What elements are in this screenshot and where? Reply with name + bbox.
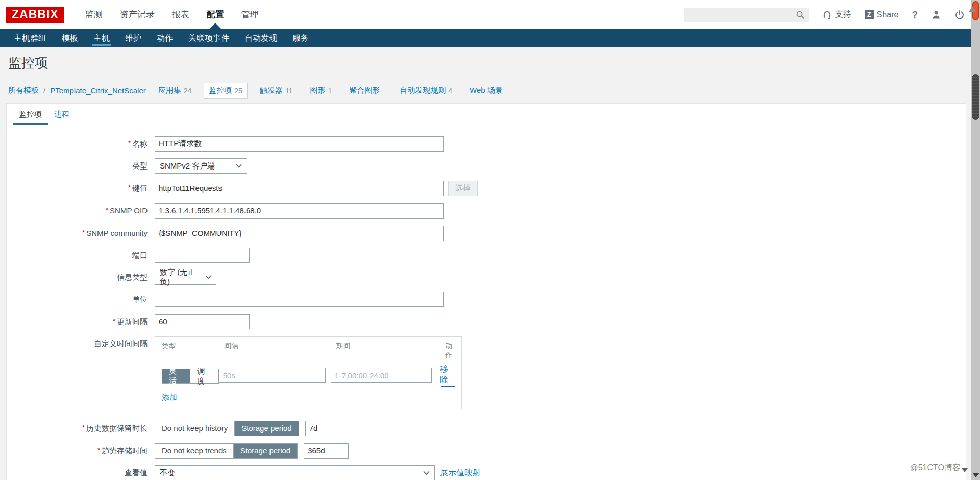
header-interval: 间隔 — [224, 342, 336, 360]
subnav-item-correlation[interactable]: 关联项事件 — [181, 29, 237, 47]
menu-item-configuration-label: 配置 — [207, 10, 224, 19]
pill-screens[interactable]: 聚合图形 — [344, 83, 387, 99]
interval-type-toggle: 灵活 调度 — [162, 367, 219, 384]
history-label-text: 历史数据保留时长 — [86, 424, 148, 433]
pill-items[interactable]: 监控项 25 — [204, 83, 248, 99]
subnav-item-discovery[interactable]: 自动发现 — [237, 29, 285, 47]
type-select[interactable]: SNMPv2 客户端 — [155, 158, 247, 174]
scrollbar-thumb[interactable] — [972, 74, 979, 120]
remove-interval-link[interactable]: 移除 — [440, 364, 455, 387]
support-link[interactable]: 支持 — [822, 9, 851, 20]
scheduling-toggle[interactable]: 调度 — [190, 369, 218, 383]
breadcrumb-all-templates[interactable]: 所有模板 — [8, 86, 39, 95]
header-type: 类型 — [162, 342, 224, 360]
header-action: 动作 — [445, 342, 455, 360]
pill-applications-label: 应用集 — [158, 86, 181, 95]
menu-item-monitoring[interactable]: 监测 — [77, 0, 111, 29]
item-form: *名称 类型 SNMPv2 客户端 *键值 选择 *SNMP OID — [7, 125, 966, 480]
chevron-down-icon — [205, 275, 211, 279]
pill-triggers[interactable]: 触发器 11 — [255, 83, 298, 99]
snmp-oid-input[interactable] — [155, 203, 444, 219]
menu-item-inventory[interactable]: 资产记录 — [111, 0, 163, 29]
trends-period-input[interactable] — [304, 443, 349, 459]
menu-item-configuration[interactable]: 配置 — [198, 0, 233, 29]
row-info-type: 信息类型 数字 (无正负) — [7, 270, 966, 285]
pill-web-scenarios[interactable]: Web 场景 — [464, 83, 510, 99]
required-asterisk: * — [128, 139, 131, 147]
history-storage-toggle[interactable]: Storage period — [234, 421, 298, 436]
info-type-select[interactable]: 数字 (无正负) — [155, 270, 216, 285]
update-interval-label-text: 更新间隔 — [117, 317, 148, 326]
chevron-down-icon — [236, 164, 242, 168]
pill-discovery-rules-label: 自动发现规则 — [400, 86, 446, 95]
row-key: *键值 选择 — [7, 180, 966, 196]
pill-items-count: 25 — [234, 87, 242, 95]
subnav-item-hostgroups[interactable]: 主机群组 — [6, 29, 54, 47]
active-subnav-underline — [92, 44, 111, 46]
subnav-item-maintenance[interactable]: 维护 — [117, 29, 149, 47]
show-value-mappings-link[interactable]: 展示值映射 — [440, 468, 481, 478]
show-value-select[interactable]: 不变 — [155, 465, 435, 480]
info-type-label: 信息类型 — [7, 270, 155, 285]
page-title: 监控项 — [8, 54, 972, 72]
row-name: *名称 — [7, 136, 966, 152]
row-custom-intervals: 自定义时间间隔 类型 间隔 期间 动作 灵活 调度 — [7, 336, 966, 409]
scrollbar-up-button[interactable] — [972, 1, 979, 20]
trends-storage-toggle[interactable]: Storage period — [233, 444, 297, 458]
logout-button[interactable] — [954, 10, 965, 20]
required-asterisk: * — [113, 317, 115, 325]
active-tab-underline — [13, 123, 48, 125]
subnav-item-services[interactable]: 服务 — [285, 29, 316, 47]
type-select-value: SNMPv2 客户端 — [160, 161, 215, 171]
period-input[interactable] — [331, 368, 432, 383]
flexible-toggle[interactable]: 灵活 — [162, 369, 190, 383]
pill-graphs[interactable]: 图形 1 — [305, 83, 337, 99]
subnav-item-templates[interactable]: 模板 — [54, 29, 86, 47]
snmp-community-input[interactable] — [155, 226, 444, 241]
trends-label-text: 趋势存储时间 — [102, 446, 148, 455]
pill-applications[interactable]: 应用集 24 — [153, 83, 197, 99]
breadcrumb-template-name[interactable]: PTemplate_Citrix_NetScaler — [50, 86, 146, 95]
page-scrollbar[interactable] — [971, 0, 980, 480]
history-off-toggle[interactable]: Do not keep history — [155, 421, 234, 436]
search-icon[interactable] — [796, 10, 805, 19]
share-link[interactable]: Z Share — [865, 10, 899, 19]
subnav-item-hosts[interactable]: 主机 — [86, 29, 117, 47]
profile-button[interactable] — [931, 10, 941, 20]
form-tabs: 监控项 进程 — [7, 104, 966, 125]
pill-screens-label: 聚合图形 — [349, 86, 380, 95]
zabbix-logo[interactable]: ZABBIX — [6, 7, 64, 23]
interval-input[interactable] — [219, 368, 326, 383]
subnav-item-actions[interactable]: 动作 — [149, 29, 181, 47]
add-interval-link[interactable]: 添加 — [162, 393, 177, 402]
update-interval-input[interactable] — [155, 314, 250, 329]
units-input[interactable] — [155, 292, 444, 307]
menu-item-reports[interactable]: 报表 — [163, 0, 198, 29]
snmp-oid-label: *SNMP OID — [7, 203, 155, 219]
trends-off-toggle[interactable]: Do not keep trends — [155, 444, 233, 458]
search-input[interactable] — [688, 11, 796, 19]
key-input[interactable] — [155, 181, 444, 196]
search-box[interactable] — [684, 8, 809, 22]
support-label: 支持 — [835, 9, 851, 20]
scrollbar-down-arrow-icon[interactable] — [972, 473, 979, 477]
key-select-button[interactable]: 选择 — [448, 181, 478, 196]
headset-icon — [822, 10, 832, 19]
tab-item[interactable]: 监控项 — [13, 104, 48, 125]
row-snmp-oid: *SNMP OID — [7, 203, 966, 219]
name-input[interactable] — [155, 136, 444, 152]
show-value-select-value: 不变 — [160, 468, 175, 478]
main-menu: 监测 资产记录 报表 配置 管理 — [77, 0, 267, 29]
row-update-interval: *更新间隔 — [7, 314, 966, 329]
tab-preprocessing[interactable]: 进程 — [48, 104, 76, 125]
pill-discovery-rules[interactable]: 自动发现规则 4 — [395, 83, 457, 99]
custom-intervals-table: 类型 间隔 期间 动作 灵活 调度 移除 添加 — [155, 336, 462, 409]
pill-web-scenarios-label: Web 场景 — [470, 86, 503, 95]
snmp-oid-label-text: SNMP OID — [110, 206, 148, 215]
help-button[interactable]: ? — [912, 9, 918, 20]
menu-item-administration[interactable]: 管理 — [233, 0, 267, 29]
port-input[interactable] — [155, 248, 250, 263]
history-period-input[interactable] — [305, 421, 350, 436]
history-mode-toggle: Do not keep history Storage period — [155, 421, 299, 436]
tab-item-label: 监控项 — [19, 110, 42, 118]
